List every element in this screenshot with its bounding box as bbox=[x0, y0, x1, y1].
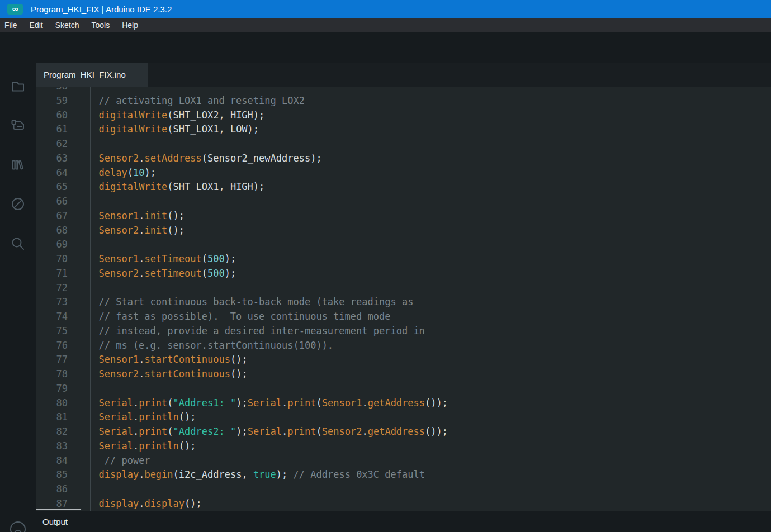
code-line[interactable]: 81 Serial.println(); bbox=[36, 410, 771, 425]
output-panel-title: Output bbox=[42, 517, 68, 526]
line-number: 66 bbox=[36, 194, 68, 209]
code-text: Sensor1.startContinuous(); bbox=[68, 353, 248, 367]
line-number: 74 bbox=[36, 310, 68, 324]
code-text: digitalWrite(SHT_LOX1, LOW); bbox=[68, 122, 259, 137]
line-number: 59 bbox=[36, 94, 68, 108]
menu-file[interactable]: File bbox=[4, 21, 17, 30]
line-number: 65 bbox=[36, 180, 68, 194]
line-number: 84 bbox=[36, 454, 68, 468]
code-text bbox=[68, 482, 87, 497]
code-line[interactable]: 58 bbox=[36, 87, 771, 94]
code-line[interactable]: 59 // activating LOX1 and reseting LOX2 bbox=[36, 94, 771, 108]
code-text: Sensor1.init(); bbox=[68, 209, 185, 224]
toolbar: Select Board bbox=[0, 32, 771, 63]
menu-tools[interactable]: Tools bbox=[92, 21, 110, 30]
code-line[interactable]: 61 digitalWrite(SHT_LOX1, LOW); bbox=[36, 122, 771, 137]
code-text: Sensor1.setTimeout(500); bbox=[68, 252, 236, 267]
folder-icon bbox=[9, 77, 27, 95]
board-icon bbox=[9, 117, 27, 135]
sidebar-item-search[interactable] bbox=[0, 228, 36, 259]
code-text: Serial.println(); bbox=[68, 439, 196, 454]
code-text bbox=[68, 137, 87, 151]
code-line[interactable]: 83 Serial.println(); bbox=[36, 439, 771, 454]
line-number: 70 bbox=[36, 252, 68, 267]
sidebar-item-library-manager[interactable] bbox=[0, 149, 36, 180]
code-text bbox=[68, 382, 87, 396]
code-line[interactable]: 63 Sensor2.setAddress(Sensor2_newAddress… bbox=[36, 151, 771, 166]
code-line[interactable]: 72 bbox=[36, 281, 771, 296]
code-line[interactable]: 82 Serial.print("Addres2: ");Serial.prin… bbox=[36, 425, 771, 439]
line-number: 60 bbox=[36, 108, 68, 123]
code-line[interactable]: 60 digitalWrite(SHT_LOX2, HIGH); bbox=[36, 108, 771, 123]
tab-strip: Program_HKI_FIX.ino bbox=[36, 63, 771, 87]
line-number: 79 bbox=[36, 382, 68, 396]
menu-edit[interactable]: Edit bbox=[30, 21, 43, 30]
code-line[interactable]: 74 // fast as possible). To use continuo… bbox=[36, 310, 771, 324]
line-number: 68 bbox=[36, 224, 68, 238]
line-number: 78 bbox=[36, 367, 68, 382]
line-number: 62 bbox=[36, 137, 68, 151]
code-line[interactable]: 66 bbox=[36, 194, 771, 209]
line-number: 69 bbox=[36, 238, 68, 252]
code-text bbox=[68, 238, 87, 252]
code-text: digitalWrite(SHT_LOX2, HIGH); bbox=[68, 108, 264, 123]
code-line[interactable]: 80 Serial.print("Addres1: ");Serial.prin… bbox=[36, 396, 771, 411]
code-line[interactable]: 73 // Start continuous back-to-back mode… bbox=[36, 295, 771, 310]
sidebar-item-sketchbook[interactable] bbox=[0, 70, 36, 102]
line-number: 72 bbox=[36, 281, 68, 296]
sidebar-item-account[interactable] bbox=[0, 520, 36, 532]
books-icon bbox=[9, 156, 27, 174]
tab-program-hki-fix[interactable]: Program_HKI_FIX.ino bbox=[36, 63, 148, 87]
code-text: // instead, provide a desired inter-meas… bbox=[68, 324, 425, 339]
menu-help[interactable]: Help bbox=[122, 21, 138, 30]
code-line[interactable]: 86 bbox=[36, 482, 771, 497]
code-text: // Start continuous back-to-back mode (t… bbox=[68, 295, 413, 310]
code-line[interactable]: 87 display.display(); bbox=[36, 497, 771, 511]
code-line[interactable]: 75 // instead, provide a desired inter-m… bbox=[36, 324, 771, 339]
code-text: Serial.print("Addres2: ");Serial.print(S… bbox=[68, 425, 448, 439]
code-text bbox=[68, 194, 87, 209]
code-line[interactable]: 78 Sensor2.startContinuous(); bbox=[36, 367, 771, 382]
line-number: 73 bbox=[36, 295, 68, 310]
code-text bbox=[68, 281, 87, 296]
code-line[interactable]: 68 Sensor2.init(); bbox=[36, 224, 771, 238]
code-line[interactable]: 71 Sensor2.setTimeout(500); bbox=[36, 267, 771, 281]
menubar: File Edit Sketch Tools Help bbox=[0, 18, 771, 32]
output-panel: Output bbox=[36, 511, 771, 532]
activity-sidebar bbox=[0, 63, 36, 532]
code-text: Sensor2.startContinuous(); bbox=[68, 367, 248, 382]
code-text: Sensor2.setTimeout(500); bbox=[68, 267, 236, 281]
code-line[interactable]: 84 // power bbox=[36, 454, 771, 468]
sidebar-item-debugger[interactable] bbox=[0, 188, 36, 220]
code-line[interactable]: 67 Sensor1.init(); bbox=[36, 209, 771, 224]
code-content: 5859 // activating LOX1 and reseting LOX… bbox=[36, 87, 771, 511]
code-line[interactable]: 85 display.begin(i2c_Address, true); // … bbox=[36, 468, 771, 482]
code-text: delay(10); bbox=[68, 166, 156, 180]
code-line[interactable]: 79 bbox=[36, 382, 771, 396]
code-line[interactable]: 69 bbox=[36, 238, 771, 252]
code-line[interactable]: 70 Sensor1.setTimeout(500); bbox=[36, 252, 771, 267]
code-line[interactable]: 77 Sensor1.startContinuous(); bbox=[36, 353, 771, 367]
line-number: 71 bbox=[36, 267, 68, 281]
code-text: display.begin(i2c_Address, true); // Add… bbox=[68, 468, 425, 482]
code-text bbox=[68, 87, 87, 94]
code-text: Sensor2.setAddress(Sensor2_newAddress); bbox=[68, 151, 322, 166]
code-line[interactable]: 76 // ms (e.g. sensor.startContinuous(10… bbox=[36, 339, 771, 353]
line-number: 58 bbox=[36, 87, 68, 94]
code-text: digitalWrite(SHT_LOX1, HIGH); bbox=[68, 180, 264, 194]
line-number: 77 bbox=[36, 353, 68, 367]
indent-guide bbox=[90, 87, 91, 511]
horizontal-scrollbar-thumb[interactable] bbox=[36, 509, 81, 510]
code-editor[interactable]: 5859 // activating LOX1 and reseting LOX… bbox=[36, 87, 771, 511]
line-number: 83 bbox=[36, 439, 68, 454]
code-text: Serial.println(); bbox=[68, 410, 196, 425]
tab-label: Program_HKI_FIX.ino bbox=[44, 70, 126, 79]
menu-sketch[interactable]: Sketch bbox=[55, 21, 79, 30]
line-number: 82 bbox=[36, 425, 68, 439]
code-line[interactable]: 65 digitalWrite(SHT_LOX1, HIGH); bbox=[36, 180, 771, 194]
sidebar-item-boards-manager[interactable] bbox=[0, 110, 36, 141]
code-line[interactable]: 62 bbox=[36, 137, 771, 151]
code-line[interactable]: 64 delay(10); bbox=[36, 166, 771, 180]
window-title: Program_HKI_FIX | Arduino IDE 2.3.2 bbox=[31, 4, 172, 14]
circle-slash-icon bbox=[9, 195, 27, 213]
